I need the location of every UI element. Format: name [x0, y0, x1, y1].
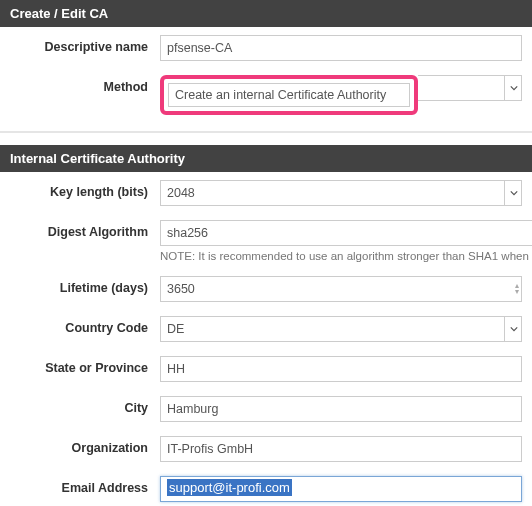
email-selected-text: support@it-profi.com — [167, 479, 292, 496]
label-email: Email Address — [0, 476, 160, 495]
row-email: Email Address support@it-profi.com — [0, 476, 532, 502]
label-country-code: Country Code — [0, 316, 160, 335]
create-edit-ca-panel: Create / Edit CA Descriptive name Method… — [0, 0, 532, 133]
country-code-select[interactable]: DE — [160, 316, 522, 342]
city-input[interactable] — [160, 396, 522, 422]
state-input[interactable] — [160, 356, 522, 382]
label-digest-algorithm: Digest Algorithm — [0, 220, 160, 239]
label-state: State or Province — [0, 356, 160, 375]
row-state: State or Province — [0, 356, 532, 382]
row-digest-algorithm: Digest Algorithm sha256 NOTE: It is reco… — [0, 220, 532, 262]
row-descriptive-name: Descriptive name — [0, 35, 532, 61]
label-lifetime: Lifetime (days) — [0, 276, 160, 295]
method-select-ext[interactable] — [418, 75, 522, 101]
descriptive-name-input[interactable] — [160, 35, 522, 61]
digest-algorithm-select[interactable]: sha256 — [160, 220, 532, 246]
row-organization: Organization — [0, 436, 532, 462]
panel-header-internal-ca: Internal Certificate Authority — [0, 145, 532, 172]
label-method: Method — [0, 75, 160, 94]
row-city: City — [0, 396, 532, 422]
label-city: City — [0, 396, 160, 415]
digest-note: NOTE: It is recommended to use an algori… — [160, 250, 532, 262]
row-key-length: Key length (bits) 2048 — [0, 180, 532, 206]
number-spinner-icon: ▴▾ — [515, 283, 518, 295]
label-organization: Organization — [0, 436, 160, 455]
method-highlight: Create an internal Certificate Authority — [160, 75, 418, 115]
email-input[interactable]: support@it-profi.com — [160, 476, 522, 502]
internal-ca-panel: Internal Certificate Authority Key lengt… — [0, 145, 532, 506]
key-length-select[interactable]: 2048 — [160, 180, 522, 206]
lifetime-input[interactable] — [160, 276, 522, 302]
row-lifetime: Lifetime (days) ▴▾ — [0, 276, 532, 302]
row-method: Method Create an internal Certificate Au… — [0, 75, 532, 115]
method-select[interactable]: Create an internal Certificate Authority — [168, 83, 410, 107]
panel-header-create-edit: Create / Edit CA — [0, 0, 532, 27]
label-key-length: Key length (bits) — [0, 180, 160, 199]
label-descriptive-name: Descriptive name — [0, 35, 160, 54]
row-country-code: Country Code DE — [0, 316, 532, 342]
organization-input[interactable] — [160, 436, 522, 462]
